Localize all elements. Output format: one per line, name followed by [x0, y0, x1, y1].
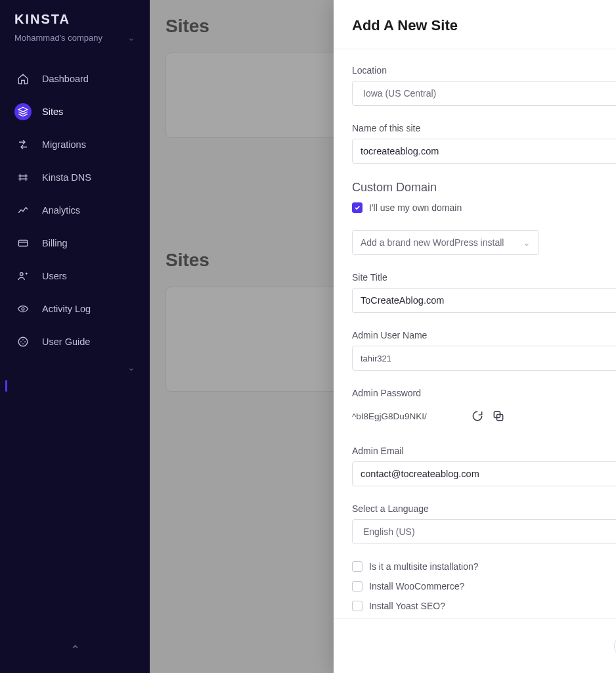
chevron-down-icon: ⌄ — [523, 237, 531, 248]
home-icon — [14, 70, 32, 87]
sidebar-item-sites[interactable]: Sites — [7, 97, 141, 127]
sidebar-item-label: Users — [42, 271, 67, 281]
sidebar-item-label: Activity Log — [42, 304, 91, 314]
install-mode-value: Add a brand new WordPress install — [361, 237, 504, 248]
sidebar-item-label: Billing — [42, 238, 68, 248]
admin-pw-label: Admin Password — [352, 388, 616, 398]
company-name: Mohammad's company — [14, 33, 102, 43]
modal-body: Location Iowa (US Central) ⌄ Name of thi… — [334, 49, 616, 618]
site-name-label: Name of this site — [352, 123, 616, 133]
own-domain-label: I'll use my own domain — [369, 202, 462, 213]
checkbox-icon — [352, 581, 363, 592]
multisite-checkbox-row[interactable]: Is it a multisite installation? — [352, 561, 616, 572]
yoast-checkbox-row[interactable]: Install Yoast SEO? — [352, 601, 616, 611]
main-content: Sites Sites Add A New Site ✕ Location Io… — [150, 0, 616, 673]
modal-footer: Cancel Add — [334, 618, 616, 673]
multisite-label: Is it a multisite installation? — [369, 561, 479, 572]
refresh-icon[interactable] — [471, 409, 484, 423]
install-mode-select[interactable]: Add a brand new WordPress install ⌄ — [352, 230, 539, 255]
dns-icon — [14, 169, 32, 186]
sidebar-section-toggle[interactable]: ⌄ — [0, 362, 150, 373]
sidebar-item-label: Kinsta DNS — [42, 172, 91, 183]
yoast-label: Install Yoast SEO? — [369, 601, 445, 611]
admin-user-label: Admin User Name — [352, 330, 616, 340]
sidebar-item-label: Sites — [42, 106, 63, 117]
svg-point-3 — [18, 337, 28, 346]
sidebar-item-label: Analytics — [42, 205, 80, 216]
sidebar-item-label: User Guide — [42, 336, 90, 347]
sidebar-item-analytics[interactable]: Analytics — [7, 195, 141, 225]
chevron-down-icon: ⌄ — [127, 32, 135, 43]
custom-domain-title: Custom Domain — [352, 181, 616, 195]
analytics-icon — [14, 202, 32, 219]
sidebar: KINSTA Mohammad's company ⌄ Dashboard Si… — [0, 0, 150, 673]
sidebar-item-dns[interactable]: Kinsta DNS — [7, 162, 141, 193]
site-name-input[interactable] — [352, 139, 616, 164]
admin-email-label: Admin Email — [352, 446, 616, 456]
sidebar-collapse-btn[interactable]: ⌃ — [0, 643, 150, 657]
site-title-input[interactable] — [352, 288, 616, 313]
sidebar-item-dashboard[interactable]: Dashboard — [7, 64, 141, 94]
location-value: Iowa (US Central) — [361, 88, 436, 99]
migrate-icon — [14, 136, 32, 153]
location-select[interactable]: Iowa (US Central) ⌄ — [352, 81, 616, 106]
checkbox-checked-icon — [352, 202, 363, 213]
modal-title: Add A New Site — [352, 17, 458, 34]
brand-logo: KINSTA — [0, 12, 150, 31]
copy-icon[interactable] — [492, 409, 505, 423]
sidebar-item-billing[interactable]: Billing — [7, 228, 141, 258]
language-select[interactable]: English (US) ⌄ — [352, 519, 616, 544]
sidebar-item-migrations[interactable]: Migrations — [7, 129, 141, 160]
layers-icon — [14, 103, 32, 120]
eye-icon — [14, 300, 32, 317]
svg-point-2 — [22, 308, 24, 310]
woocommerce-checkbox-row[interactable]: Install WooCommerce? — [352, 581, 616, 592]
checkbox-icon — [352, 601, 363, 611]
active-indicator — [5, 380, 7, 392]
company-selector[interactable]: Mohammad's company ⌄ — [0, 31, 150, 57]
guide-icon — [14, 333, 32, 350]
checkbox-icon — [352, 561, 363, 572]
svg-point-1 — [20, 273, 24, 276]
admin-email-input[interactable] — [352, 461, 616, 486]
sidebar-item-activity[interactable]: Activity Log — [7, 294, 141, 324]
language-label: Select a Language — [352, 503, 616, 514]
woocommerce-label: Install WooCommerce? — [369, 581, 464, 592]
admin-pw-input[interactable] — [352, 404, 463, 429]
cancel-button[interactable]: Cancel — [614, 634, 616, 659]
sidebar-item-label: Dashboard — [42, 74, 89, 84]
modal-header: Add A New Site ✕ — [334, 0, 616, 49]
language-value: English (US) — [361, 526, 415, 537]
own-domain-checkbox-row[interactable]: I'll use my own domain — [352, 202, 616, 213]
svg-rect-0 — [18, 241, 28, 246]
users-icon — [14, 267, 32, 285]
add-site-modal: Add A New Site ✕ Location Iowa (US Centr… — [334, 0, 616, 673]
site-title-label: Site Title — [352, 272, 616, 283]
sidebar-item-users[interactable]: Users — [7, 261, 141, 291]
admin-user-input[interactable] — [352, 346, 616, 371]
nav: Dashboard Sites Migrations Kinsta DNS — [0, 57, 150, 357]
location-label: Location — [352, 65, 616, 76]
sidebar-item-label: Migrations — [42, 139, 86, 150]
billing-icon — [14, 235, 32, 252]
sidebar-item-guide[interactable]: User Guide — [7, 327, 141, 357]
